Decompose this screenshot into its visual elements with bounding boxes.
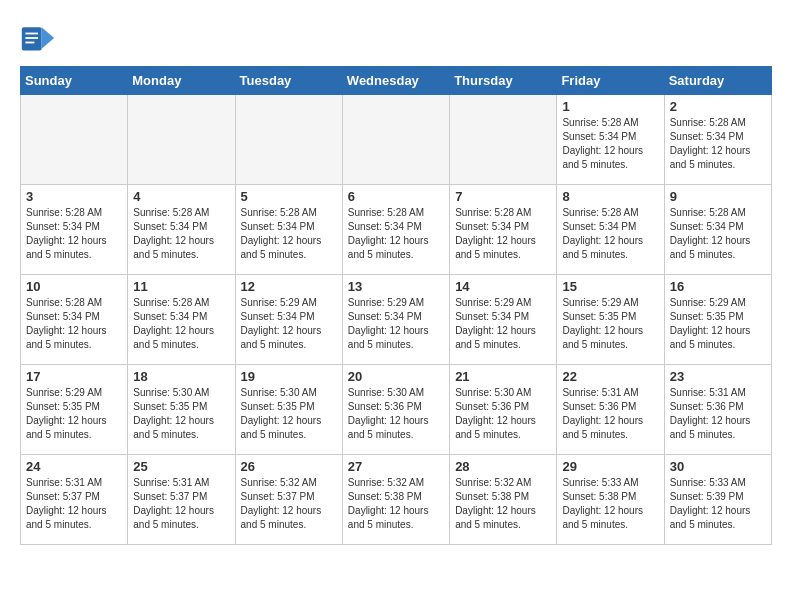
svg-marker-1 <box>42 27 55 49</box>
day-info: Sunrise: 5:28 AMSunset: 5:34 PMDaylight:… <box>26 206 122 262</box>
day-info: Sunrise: 5:29 AMSunset: 5:34 PMDaylight:… <box>348 296 444 352</box>
day-number: 12 <box>241 279 337 294</box>
day-number: 8 <box>562 189 658 204</box>
day-cell-12: 12Sunrise: 5:29 AMSunset: 5:34 PMDayligh… <box>235 275 342 365</box>
day-cell-19: 19Sunrise: 5:30 AMSunset: 5:35 PMDayligh… <box>235 365 342 455</box>
day-number: 27 <box>348 459 444 474</box>
day-number: 23 <box>670 369 766 384</box>
svg-rect-3 <box>25 37 38 39</box>
day-number: 15 <box>562 279 658 294</box>
day-info: Sunrise: 5:28 AMSunset: 5:34 PMDaylight:… <box>670 116 766 172</box>
calendar-row-3: 17Sunrise: 5:29 AMSunset: 5:35 PMDayligh… <box>21 365 772 455</box>
weekday-header-thursday: Thursday <box>450 67 557 95</box>
day-info: Sunrise: 5:29 AMSunset: 5:34 PMDaylight:… <box>241 296 337 352</box>
day-info: Sunrise: 5:30 AMSunset: 5:36 PMDaylight:… <box>455 386 551 442</box>
day-number: 19 <box>241 369 337 384</box>
weekday-header-monday: Monday <box>128 67 235 95</box>
day-number: 13 <box>348 279 444 294</box>
day-number: 3 <box>26 189 122 204</box>
day-info: Sunrise: 5:30 AMSunset: 5:35 PMDaylight:… <box>133 386 229 442</box>
day-cell-13: 13Sunrise: 5:29 AMSunset: 5:34 PMDayligh… <box>342 275 449 365</box>
day-cell-5: 5Sunrise: 5:28 AMSunset: 5:34 PMDaylight… <box>235 185 342 275</box>
weekday-header-wednesday: Wednesday <box>342 67 449 95</box>
day-cell-3: 3Sunrise: 5:28 AMSunset: 5:34 PMDaylight… <box>21 185 128 275</box>
day-info: Sunrise: 5:31 AMSunset: 5:37 PMDaylight:… <box>133 476 229 532</box>
day-cell-8: 8Sunrise: 5:28 AMSunset: 5:34 PMDaylight… <box>557 185 664 275</box>
day-info: Sunrise: 5:33 AMSunset: 5:38 PMDaylight:… <box>562 476 658 532</box>
day-info: Sunrise: 5:28 AMSunset: 5:34 PMDaylight:… <box>348 206 444 262</box>
day-number: 1 <box>562 99 658 114</box>
day-number: 30 <box>670 459 766 474</box>
day-number: 7 <box>455 189 551 204</box>
svg-rect-2 <box>25 33 38 35</box>
day-info: Sunrise: 5:28 AMSunset: 5:34 PMDaylight:… <box>562 116 658 172</box>
day-number: 20 <box>348 369 444 384</box>
empty-cell <box>450 95 557 185</box>
day-number: 4 <box>133 189 229 204</box>
day-info: Sunrise: 5:30 AMSunset: 5:36 PMDaylight:… <box>348 386 444 442</box>
day-cell-16: 16Sunrise: 5:29 AMSunset: 5:35 PMDayligh… <box>664 275 771 365</box>
day-info: Sunrise: 5:29 AMSunset: 5:35 PMDaylight:… <box>26 386 122 442</box>
calendar-table: SundayMondayTuesdayWednesdayThursdayFrid… <box>20 66 772 545</box>
weekday-header-row: SundayMondayTuesdayWednesdayThursdayFrid… <box>21 67 772 95</box>
empty-cell <box>21 95 128 185</box>
day-cell-4: 4Sunrise: 5:28 AMSunset: 5:34 PMDaylight… <box>128 185 235 275</box>
calendar-row-1: 3Sunrise: 5:28 AMSunset: 5:34 PMDaylight… <box>21 185 772 275</box>
day-info: Sunrise: 5:28 AMSunset: 5:34 PMDaylight:… <box>241 206 337 262</box>
day-number: 22 <box>562 369 658 384</box>
day-info: Sunrise: 5:29 AMSunset: 5:35 PMDaylight:… <box>670 296 766 352</box>
day-info: Sunrise: 5:28 AMSunset: 5:34 PMDaylight:… <box>455 206 551 262</box>
day-cell-10: 10Sunrise: 5:28 AMSunset: 5:34 PMDayligh… <box>21 275 128 365</box>
day-number: 5 <box>241 189 337 204</box>
day-number: 16 <box>670 279 766 294</box>
day-cell-17: 17Sunrise: 5:29 AMSunset: 5:35 PMDayligh… <box>21 365 128 455</box>
day-cell-14: 14Sunrise: 5:29 AMSunset: 5:34 PMDayligh… <box>450 275 557 365</box>
day-cell-28: 28Sunrise: 5:32 AMSunset: 5:38 PMDayligh… <box>450 455 557 545</box>
day-cell-22: 22Sunrise: 5:31 AMSunset: 5:36 PMDayligh… <box>557 365 664 455</box>
day-cell-25: 25Sunrise: 5:31 AMSunset: 5:37 PMDayligh… <box>128 455 235 545</box>
day-info: Sunrise: 5:31 AMSunset: 5:36 PMDaylight:… <box>562 386 658 442</box>
day-cell-24: 24Sunrise: 5:31 AMSunset: 5:37 PMDayligh… <box>21 455 128 545</box>
day-number: 14 <box>455 279 551 294</box>
day-cell-29: 29Sunrise: 5:33 AMSunset: 5:38 PMDayligh… <box>557 455 664 545</box>
day-cell-26: 26Sunrise: 5:32 AMSunset: 5:37 PMDayligh… <box>235 455 342 545</box>
day-info: Sunrise: 5:28 AMSunset: 5:34 PMDaylight:… <box>133 206 229 262</box>
logo <box>20 20 62 56</box>
day-cell-30: 30Sunrise: 5:33 AMSunset: 5:39 PMDayligh… <box>664 455 771 545</box>
day-cell-1: 1Sunrise: 5:28 AMSunset: 5:34 PMDaylight… <box>557 95 664 185</box>
day-info: Sunrise: 5:28 AMSunset: 5:34 PMDaylight:… <box>26 296 122 352</box>
day-number: 2 <box>670 99 766 114</box>
day-cell-23: 23Sunrise: 5:31 AMSunset: 5:36 PMDayligh… <box>664 365 771 455</box>
weekday-header-sunday: Sunday <box>21 67 128 95</box>
day-number: 10 <box>26 279 122 294</box>
day-number: 9 <box>670 189 766 204</box>
day-cell-15: 15Sunrise: 5:29 AMSunset: 5:35 PMDayligh… <box>557 275 664 365</box>
day-number: 29 <box>562 459 658 474</box>
calendar-row-4: 24Sunrise: 5:31 AMSunset: 5:37 PMDayligh… <box>21 455 772 545</box>
empty-cell <box>128 95 235 185</box>
day-info: Sunrise: 5:30 AMSunset: 5:35 PMDaylight:… <box>241 386 337 442</box>
day-info: Sunrise: 5:32 AMSunset: 5:38 PMDaylight:… <box>348 476 444 532</box>
day-cell-21: 21Sunrise: 5:30 AMSunset: 5:36 PMDayligh… <box>450 365 557 455</box>
day-cell-7: 7Sunrise: 5:28 AMSunset: 5:34 PMDaylight… <box>450 185 557 275</box>
day-info: Sunrise: 5:28 AMSunset: 5:34 PMDaylight:… <box>133 296 229 352</box>
day-cell-9: 9Sunrise: 5:28 AMSunset: 5:34 PMDaylight… <box>664 185 771 275</box>
day-number: 17 <box>26 369 122 384</box>
calendar-row-0: 1Sunrise: 5:28 AMSunset: 5:34 PMDaylight… <box>21 95 772 185</box>
day-cell-20: 20Sunrise: 5:30 AMSunset: 5:36 PMDayligh… <box>342 365 449 455</box>
day-cell-2: 2Sunrise: 5:28 AMSunset: 5:34 PMDaylight… <box>664 95 771 185</box>
weekday-header-saturday: Saturday <box>664 67 771 95</box>
day-number: 28 <box>455 459 551 474</box>
day-cell-27: 27Sunrise: 5:32 AMSunset: 5:38 PMDayligh… <box>342 455 449 545</box>
day-info: Sunrise: 5:31 AMSunset: 5:36 PMDaylight:… <box>670 386 766 442</box>
day-info: Sunrise: 5:28 AMSunset: 5:34 PMDaylight:… <box>562 206 658 262</box>
day-cell-18: 18Sunrise: 5:30 AMSunset: 5:35 PMDayligh… <box>128 365 235 455</box>
page-header <box>20 20 772 56</box>
svg-rect-4 <box>25 42 34 44</box>
weekday-header-friday: Friday <box>557 67 664 95</box>
day-cell-11: 11Sunrise: 5:28 AMSunset: 5:34 PMDayligh… <box>128 275 235 365</box>
day-number: 18 <box>133 369 229 384</box>
weekday-header-tuesday: Tuesday <box>235 67 342 95</box>
empty-cell <box>235 95 342 185</box>
day-number: 24 <box>26 459 122 474</box>
